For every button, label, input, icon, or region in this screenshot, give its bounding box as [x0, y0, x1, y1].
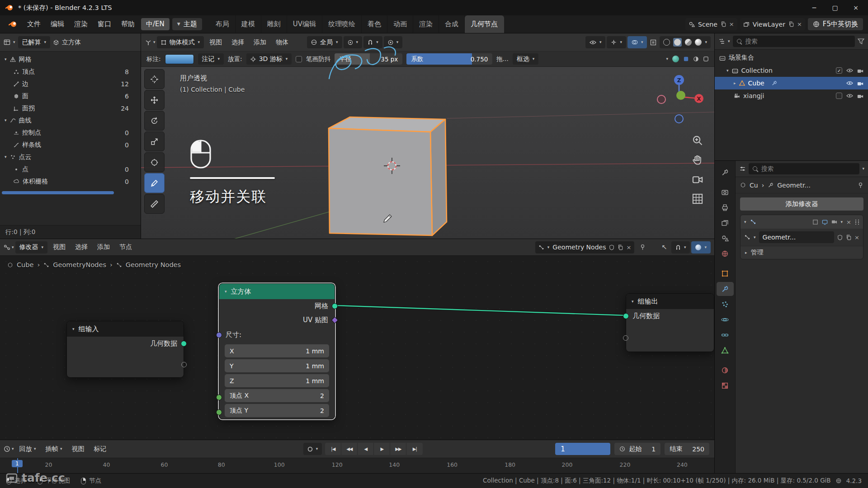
- shading-rendered-button[interactable]: [695, 39, 702, 46]
- collapse-icon[interactable]: ▾: [632, 300, 634, 304]
- workspace-tab-uv[interactable]: UV编辑: [287, 15, 322, 33]
- language-toggle-button[interactable]: 中/EN: [141, 18, 170, 30]
- workspace-tab-geometry-nodes[interactable]: 几何节点: [465, 15, 504, 33]
- prev-keyframe-button[interactable]: ◀◀: [341, 443, 358, 455]
- menu-window[interactable]: 窗口: [93, 15, 116, 33]
- copy-icon[interactable]: [846, 235, 851, 240]
- radius-field[interactable]: 半径 35 px: [335, 53, 402, 65]
- spreadsheet-scrollbar[interactable]: [2, 191, 114, 194]
- tree-row-edges[interactable]: 边 12: [0, 78, 141, 90]
- node-menu-select[interactable]: 选择: [71, 243, 92, 251]
- chevron-down-icon[interactable]: ▾: [705, 40, 707, 44]
- tab-texture[interactable]: [717, 379, 734, 393]
- blender-menu-icon[interactable]: [4, 15, 22, 33]
- menu-render[interactable]: 渲染: [69, 15, 93, 33]
- expand-icon[interactable]: ▾: [5, 155, 7, 159]
- close-icon[interactable]: ×: [729, 21, 734, 28]
- tree-row-corners[interactable]: 面拐 24: [0, 102, 141, 114]
- navigation-gizmo[interactable]: Z X: [654, 74, 704, 125]
- expand-icon[interactable]: ▾: [5, 118, 7, 122]
- timeline-menu-marker[interactable]: 标记: [90, 445, 111, 453]
- factor-slider[interactable]: 系数 0.750: [406, 53, 492, 65]
- extend-socket[interactable]: [181, 362, 187, 367]
- node-group-name-field[interactable]: Geometr...: [759, 231, 835, 243]
- node-menu-view[interactable]: 视图: [49, 243, 70, 251]
- add-modifier-button[interactable]: 添加修改器: [740, 197, 863, 211]
- render-camera-icon[interactable]: [857, 81, 863, 86]
- viewport-setting-icon[interactable]: [703, 56, 709, 62]
- breadcrumb-modifier[interactable]: Geometr...: [777, 182, 811, 189]
- dataset-dropdown[interactable]: 已解算 ▾: [18, 36, 51, 48]
- tab-scene[interactable]: [717, 231, 734, 245]
- outliner-row-collection[interactable]: ▾ Collection ✓: [715, 64, 868, 77]
- tab-modifiers[interactable]: [717, 282, 734, 296]
- drag-handle-icon[interactable]: [855, 219, 859, 225]
- workspace-tab-shading[interactable]: 着色: [362, 15, 387, 33]
- viewport-menu-object[interactable]: 物体: [272, 38, 292, 47]
- geometry-input-socket[interactable]: [623, 313, 629, 319]
- play-reverse-button[interactable]: ◀: [358, 443, 374, 455]
- menu-help[interactable]: 帮助: [116, 15, 140, 33]
- pivot-dropdown[interactable]: ▾: [344, 36, 363, 48]
- expand-icon[interactable]: ▾: [5, 57, 7, 61]
- view-layer-selector[interactable]: ViewLayer ×: [740, 18, 805, 30]
- auto-key-toggle[interactable]: ▾: [303, 443, 322, 455]
- gizmos-toggle[interactable]: ▾: [607, 36, 626, 48]
- eye-icon[interactable]: [846, 94, 853, 98]
- shading-material-button[interactable]: [685, 39, 692, 46]
- eye-icon[interactable]: [846, 81, 853, 85]
- node-editor-icon[interactable]: [4, 244, 10, 251]
- pin-icon[interactable]: [637, 244, 648, 250]
- theme-dropdown[interactable]: ▼ 主题: [172, 18, 202, 30]
- stroke-stabilize-checkbox[interactable]: [296, 56, 302, 62]
- chevron-down-icon[interactable]: ▾: [12, 245, 14, 249]
- node-menu-add[interactable]: 添加: [93, 243, 114, 251]
- copy-icon[interactable]: [618, 244, 623, 250]
- tab-output[interactable]: [717, 201, 734, 215]
- tree-row-faces[interactable]: 面 6: [0, 90, 141, 102]
- workspace-tab-texture-paint[interactable]: 纹理喷绘: [322, 15, 362, 33]
- jump-to-start-button[interactable]: |◀: [325, 443, 341, 455]
- node-menu-node[interactable]: 节点: [115, 243, 136, 251]
- shading-solid-button[interactable]: [673, 38, 682, 47]
- chevron-down-icon[interactable]: ▾: [666, 57, 668, 61]
- tab-physics[interactable]: [717, 313, 734, 327]
- close-icon[interactable]: ×: [797, 21, 802, 28]
- visibility-dropdown[interactable]: ▾: [585, 36, 606, 48]
- snap-dropdown[interactable]: ▾: [363, 36, 382, 48]
- viewport-canvas[interactable]: 用户透视 (1) Collection | Cube: [141, 67, 714, 239]
- go-to-parent-icon[interactable]: ↖: [659, 243, 670, 251]
- cube-node-header[interactable]: ▾ 立方体: [219, 284, 335, 299]
- tree-row-splines[interactable]: 样条线 0: [0, 139, 141, 151]
- viewport-setting-icon[interactable]: [693, 56, 699, 62]
- render-toggle-icon[interactable]: [831, 219, 837, 225]
- chevron-down-icon[interactable]: ▾: [862, 167, 864, 171]
- expand-icon[interactable]: ▸: [734, 81, 736, 85]
- tab-object[interactable]: [717, 267, 734, 281]
- tree-row-points[interactable]: 点 0: [0, 163, 141, 175]
- chevron-down-icon[interactable]: ▾: [754, 235, 756, 239]
- edit-mode-toggle-icon[interactable]: [812, 219, 818, 225]
- geometry-output-socket[interactable]: [181, 341, 187, 347]
- breadcrumb-node-tree[interactable]: Geometry Nodes: [126, 261, 181, 268]
- tree-section-mesh[interactable]: ▾ 网格: [0, 53, 141, 66]
- outliner-row-camera[interactable]: xiangji ✓: [715, 89, 868, 102]
- current-frame-field[interactable]: 1: [555, 443, 610, 455]
- tree-row-control-points[interactable]: 控制点 0: [0, 127, 141, 139]
- overlays-toggle[interactable]: ▾: [627, 36, 647, 48]
- chevron-down-icon[interactable]: ▾: [153, 40, 156, 44]
- menu-file[interactable]: 文件: [22, 15, 46, 33]
- zoom-icon[interactable]: [692, 135, 703, 146]
- cube-primitive-node[interactable]: ▾ 立方体 网格 UV 贴图 尺寸:: [219, 283, 335, 419]
- render-camera-icon[interactable]: [857, 68, 863, 73]
- expand-icon[interactable]: ▾: [726, 69, 729, 73]
- workspace-tab-sculpting[interactable]: 雕刻: [261, 15, 287, 33]
- realtime-toggle-icon[interactable]: [822, 219, 828, 225]
- render-camera-icon[interactable]: [857, 94, 863, 99]
- size-z-field[interactable]: Z 1 mm: [225, 374, 329, 387]
- chevron-down-icon[interactable]: ▾: [841, 220, 843, 224]
- vertices-y-socket[interactable]: [216, 409, 222, 415]
- annotation-layer-dropdown[interactable]: 注记 ▾: [198, 53, 224, 65]
- exclude-checkbox[interactable]: ✓: [836, 67, 842, 74]
- tree-type-dropdown[interactable]: 修改器 ▾: [15, 241, 48, 253]
